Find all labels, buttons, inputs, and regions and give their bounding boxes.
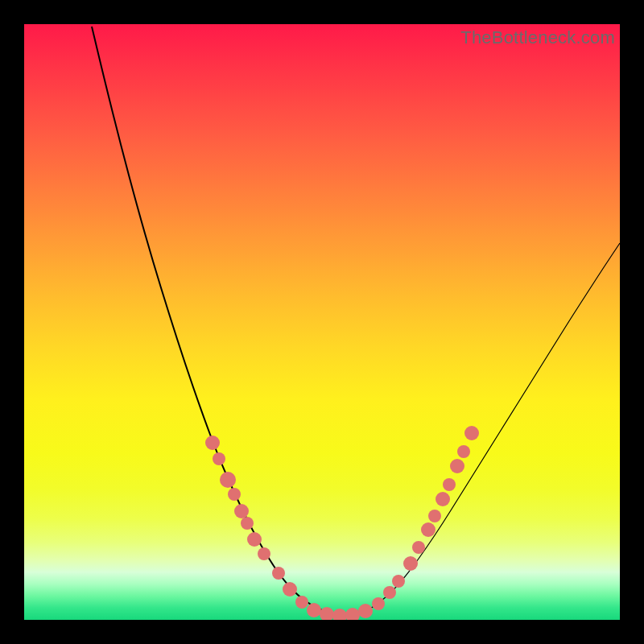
data-marker: [443, 478, 456, 491]
data-marker: [436, 492, 450, 506]
data-marker: [457, 445, 470, 458]
data-marker: [258, 547, 270, 560]
data-marker: [320, 607, 334, 620]
data-marker: [228, 488, 241, 501]
data-marker: [464, 426, 479, 440]
data-marker: [345, 608, 360, 620]
data-marker: [295, 596, 308, 609]
data-marker: [220, 472, 236, 488]
data-marker: [358, 604, 373, 618]
plot-area: TheBottleneck.com: [24, 24, 620, 620]
left-curve: [92, 27, 346, 617]
data-marker: [421, 522, 436, 537]
data-marker: [450, 459, 464, 473]
data-marker: [283, 582, 297, 597]
data-marker: [307, 603, 321, 617]
data-marker: [247, 532, 262, 547]
chart-overlay: [24, 24, 620, 620]
chart-frame: TheBottleneck.com: [0, 0, 644, 644]
data-marker: [383, 586, 396, 599]
data-marker: [272, 567, 285, 580]
data-marker: [213, 452, 225, 465]
data-marker: [332, 609, 347, 620]
data-marker: [234, 504, 249, 518]
data-marker: [412, 541, 425, 554]
marker-group: [205, 426, 479, 620]
data-marker: [205, 436, 220, 450]
data-marker: [241, 517, 254, 530]
data-marker: [372, 597, 385, 610]
data-marker: [403, 556, 418, 571]
data-marker: [392, 575, 405, 588]
data-marker: [428, 510, 441, 522]
right-curve: [346, 243, 620, 617]
